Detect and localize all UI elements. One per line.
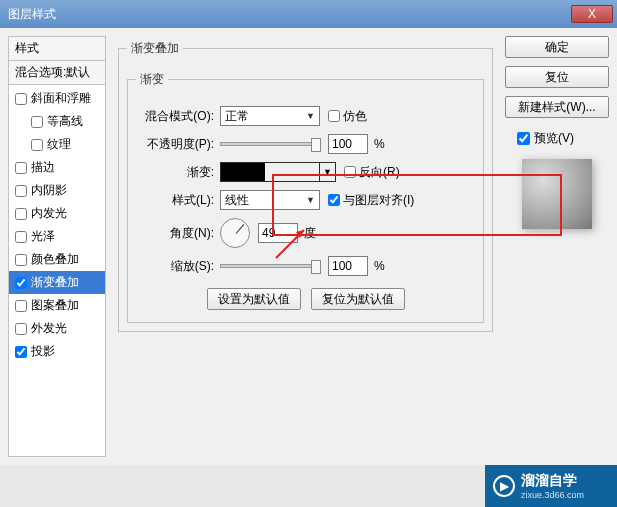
style-item-2[interactable]: 纹理 <box>9 133 105 156</box>
opacity-input[interactable]: 100 <box>328 134 368 154</box>
style-item-3[interactable]: 描边 <box>9 156 105 179</box>
style-item-7[interactable]: 颜色叠加 <box>9 248 105 271</box>
blend-options-default[interactable]: 混合选项:默认 <box>9 61 105 85</box>
style-checkbox[interactable] <box>15 300 27 312</box>
style-label: 等高线 <box>47 113 83 130</box>
style-item-0[interactable]: 斜面和浮雕 <box>9 87 105 110</box>
blend-mode-select[interactable]: 正常 ▼ <box>220 106 320 126</box>
scale-input[interactable]: 100 <box>328 256 368 276</box>
style-label: 描边 <box>31 159 55 176</box>
styles-sidebar: 样式 混合选项:默认 斜面和浮雕等高线纹理描边内阴影内发光光泽颜色叠加渐变叠加图… <box>8 36 106 457</box>
gradient-label: 渐变: <box>136 164 214 181</box>
style-checkbox[interactable] <box>15 323 27 335</box>
style-item-10[interactable]: 外发光 <box>9 317 105 340</box>
scale-slider[interactable] <box>220 264 320 268</box>
gradient-group: 渐变 混合模式(O): 正常 ▼ 仿色 不透明度(P): 100 <box>127 71 484 323</box>
gradient-dropdown[interactable]: ▼ <box>320 162 336 182</box>
style-label: 内阴影 <box>31 182 67 199</box>
scale-label: 缩放(S): <box>136 258 214 275</box>
opacity-slider[interactable] <box>220 142 320 146</box>
style-label: 颜色叠加 <box>31 251 79 268</box>
style-item-8[interactable]: 渐变叠加 <box>9 271 105 294</box>
style-checkbox[interactable] <box>31 139 43 151</box>
style-label: 内发光 <box>31 205 67 222</box>
play-icon: ▶ <box>493 475 515 497</box>
watermark: ▶ 溜溜自学 zixue.3d66.com <box>485 465 617 507</box>
slider-thumb[interactable] <box>311 138 321 152</box>
preview-thumbnail <box>522 159 592 229</box>
reset-default-button[interactable]: 复位为默认值 <box>311 288 405 310</box>
style-checkbox[interactable] <box>31 116 43 128</box>
angle-label: 角度(N): <box>136 225 214 242</box>
gradient-overlay-group: 渐变叠加 渐变 混合模式(O): 正常 ▼ 仿色 不透明度(P): <box>118 40 493 332</box>
cancel-button[interactable]: 复位 <box>505 66 609 88</box>
style-label: 斜面和浮雕 <box>31 90 91 107</box>
set-default-button[interactable]: 设置为默认值 <box>207 288 301 310</box>
close-icon: X <box>588 7 596 21</box>
style-item-6[interactable]: 光泽 <box>9 225 105 248</box>
angle-input[interactable]: 49 <box>258 223 298 243</box>
style-label: 样式(L): <box>136 192 214 209</box>
style-item-9[interactable]: 图案叠加 <box>9 294 105 317</box>
style-checkbox[interactable] <box>15 346 27 358</box>
dither-checkbox[interactable]: 仿色 <box>328 108 367 125</box>
style-checkbox[interactable] <box>15 208 27 220</box>
slider-thumb[interactable] <box>311 260 321 274</box>
style-label: 光泽 <box>31 228 55 245</box>
group-title: 渐变叠加 <box>127 40 183 57</box>
reverse-checkbox[interactable]: 反向(R) <box>344 164 400 181</box>
style-label: 渐变叠加 <box>31 274 79 291</box>
window-title: 图层样式 <box>8 6 571 23</box>
inner-title: 渐变 <box>136 71 168 88</box>
style-label: 投影 <box>31 343 55 360</box>
style-label: 图案叠加 <box>31 297 79 314</box>
style-item-1[interactable]: 等高线 <box>9 110 105 133</box>
style-checkbox[interactable] <box>15 162 27 174</box>
gradient-picker[interactable] <box>220 162 320 182</box>
style-checkbox[interactable] <box>15 277 27 289</box>
blend-mode-label: 混合模式(O): <box>136 108 214 125</box>
style-checkbox[interactable] <box>15 231 27 243</box>
style-label: 纹理 <box>47 136 71 153</box>
chevron-down-icon: ▼ <box>306 111 315 121</box>
style-select[interactable]: 线性 ▼ <box>220 190 320 210</box>
style-checkbox[interactable] <box>15 254 27 266</box>
ok-button[interactable]: 确定 <box>505 36 609 58</box>
opacity-label: 不透明度(P): <box>136 136 214 153</box>
style-item-5[interactable]: 内发光 <box>9 202 105 225</box>
style-checkbox[interactable] <box>15 93 27 105</box>
style-item-11[interactable]: 投影 <box>9 340 105 363</box>
chevron-down-icon: ▼ <box>306 195 315 205</box>
align-checkbox[interactable]: 与图层对齐(I) <box>328 192 414 209</box>
styles-header[interactable]: 样式 <box>9 37 105 61</box>
close-button[interactable]: X <box>571 5 613 23</box>
angle-dial[interactable] <box>220 218 250 248</box>
style-label: 外发光 <box>31 320 67 337</box>
style-item-4[interactable]: 内阴影 <box>9 179 105 202</box>
style-checkbox[interactable] <box>15 185 27 197</box>
new-style-button[interactable]: 新建样式(W)... <box>505 96 609 118</box>
preview-checkbox[interactable]: 预览(V) <box>505 130 609 147</box>
